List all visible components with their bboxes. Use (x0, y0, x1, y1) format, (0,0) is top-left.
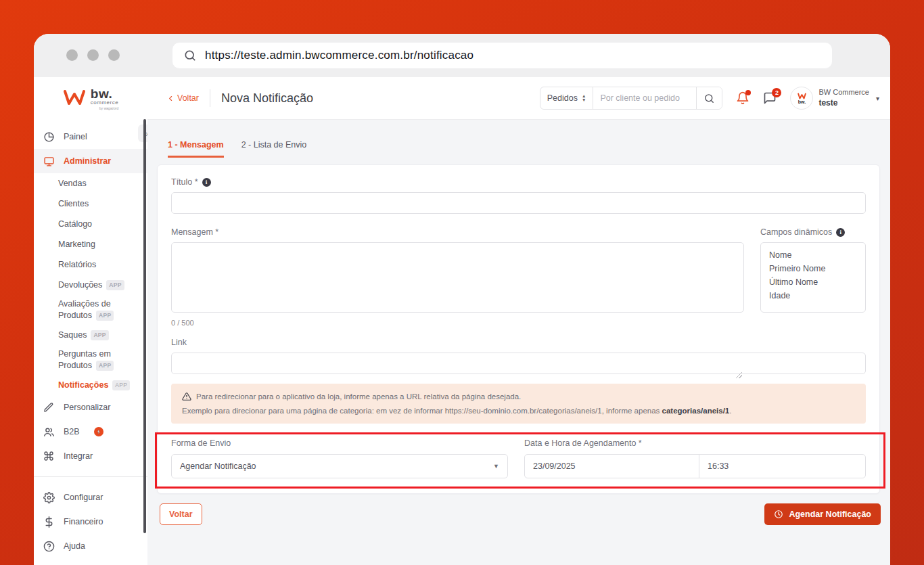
logo-sub: commerce (91, 100, 118, 106)
avatar: bw. (790, 87, 813, 110)
clock-icon (774, 510, 783, 519)
list-item[interactable]: Último Nome (769, 275, 857, 289)
data-hora-label: Data e Hora de Agendamento * (524, 438, 866, 448)
info-icon[interactable]: i (836, 228, 845, 237)
sidebar-item-vendas[interactable]: Vendas (34, 173, 147, 194)
account-menu[interactable]: bw. BW Commerce teste ▾ (790, 87, 879, 110)
app-badge: APP (91, 330, 108, 340)
char-counter: 0 / 500 (171, 319, 744, 327)
sidebar-scrollbar[interactable] (143, 119, 146, 533)
sidebar-nav: Painel Administrar Vendas Clientes Catál… (34, 120, 147, 558)
form-actions: Voltar Agendar Notificação (160, 503, 881, 525)
window-close-dot[interactable] (66, 49, 78, 61)
list-item[interactable]: Idade (769, 289, 857, 302)
search-button[interactable] (696, 87, 722, 109)
browser-chrome: https://teste.admin.bwcommerce.com.br/no… (34, 34, 890, 77)
browser-window: https://teste.admin.bwcommerce.com.br/no… (34, 34, 890, 565)
help-icon (43, 540, 55, 552)
app-badge: APP (106, 280, 124, 290)
list-item[interactable]: Primeiro Nome (769, 262, 857, 275)
app-badge: APP (96, 311, 114, 321)
forma-envio-select[interactable]: Agendar Notificação ▼ (171, 454, 508, 478)
bw-logo-icon (63, 89, 86, 109)
chat-badge: 2 (772, 88, 781, 97)
warning-icon (182, 392, 191, 401)
account-name: BW Commerce (818, 88, 869, 96)
redirect-warning-banner: Para redirecionar para o aplicativo da l… (171, 384, 866, 424)
campos-dinamicos-listbox[interactable]: Nome Primeiro Nome Último Nome Idade (760, 242, 866, 313)
page-title: Nova Notificação (221, 91, 313, 106)
sidebar-item-devolucoes[interactable]: DevoluçõesAPP (34, 275, 147, 295)
scheduling-row: Forma de Envio Agendar Notificação ▼ Dat… (171, 438, 866, 478)
app-badge: APP (112, 380, 130, 390)
command-icon (43, 450, 55, 462)
sidebar-item-catalogo[interactable]: Catálogo (34, 214, 147, 234)
link-input[interactable] (171, 353, 866, 374)
sidebar-item-avaliacoes[interactable]: Avaliações de ProdutosAPP (34, 295, 147, 325)
wizard-tabs: 1 - Mensagem 2 - Lista de Envio (168, 140, 880, 158)
search-icon (703, 93, 715, 104)
window-minimize-dot[interactable] (87, 49, 99, 61)
sidebar-item-administrar[interactable]: Administrar (34, 149, 147, 173)
sidebar: bw. commerce by wagazord « Painel (34, 77, 147, 565)
sidebar-item-ajuda[interactable]: Ajuda (34, 534, 147, 558)
logo-byline: by wagazord (91, 107, 118, 110)
dashboard-icon (43, 131, 55, 143)
link-label: Link (171, 338, 866, 347)
voltar-button[interactable]: Voltar (160, 503, 202, 525)
sidebar-item-painel[interactable]: Painel (34, 125, 147, 149)
tab-lista-de-envio[interactable]: 2 - Lista de Envio (241, 140, 307, 158)
titulo-input[interactable] (171, 192, 866, 214)
gear-icon (43, 491, 55, 503)
warning-line2: Exemplo para direcionar para uma página … (182, 404, 855, 418)
sidebar-item-notificacoes[interactable]: NotificaçõesAPP (34, 375, 147, 395)
sidebar-item-marketing[interactable]: Marketing (34, 234, 147, 254)
b2b-upgrade-icon (94, 427, 103, 436)
pencil-icon (43, 401, 55, 413)
mensagem-textarea[interactable] (171, 242, 744, 313)
chevron-down-icon: ▼ (493, 463, 499, 470)
search-scope-select[interactable]: Pedidos ▲▼ (540, 87, 594, 109)
sort-arrows-icon: ▲▼ (582, 94, 586, 102)
forma-envio-label: Forma de Envio (171, 438, 508, 448)
sidebar-item-b2b[interactable]: B2B (34, 420, 147, 444)
resize-handle-icon[interactable] (736, 372, 742, 378)
chat-button[interactable]: 2 (763, 91, 777, 105)
page-header: Voltar Nova Notificação Pedidos ▲▼ (147, 77, 890, 120)
sidebar-item-saques[interactable]: SaquesAPP (34, 325, 147, 345)
sidebar-item-clientes[interactable]: Clientes (34, 194, 147, 214)
chevron-left-icon (168, 95, 174, 101)
logo[interactable]: bw. commerce by wagazord (34, 77, 147, 120)
date-input[interactable]: 23/09/2025 (525, 455, 699, 478)
tab-mensagem[interactable]: 1 - Mensagem (168, 140, 224, 158)
notifications-bell-button[interactable] (736, 91, 749, 105)
sidebar-item-financeiro[interactable]: Financeiro (34, 510, 147, 534)
search-icon (183, 49, 197, 62)
monitor-icon (43, 155, 55, 167)
main-area: Voltar Nova Notificação Pedidos ▲▼ (147, 77, 890, 565)
sidebar-item-perguntas[interactable]: Perguntas em ProdutosAPP (34, 345, 147, 375)
sidebar-item-configurar[interactable]: Configurar (34, 485, 147, 510)
agendar-notificacao-button[interactable]: Agendar Notificação (764, 503, 881, 525)
url-text[interactable]: https://teste.admin.bwcommerce.com.br/no… (205, 49, 473, 62)
sidebar-item-relatorios[interactable]: Relatórios (34, 254, 147, 275)
sidebar-item-integrar[interactable]: Integrar (34, 444, 147, 468)
search-input[interactable] (593, 87, 696, 109)
users-icon (43, 426, 55, 438)
logo-brand: bw. (91, 87, 118, 100)
bw-avatar-icon (798, 93, 806, 99)
warning-line1: Para redirecionar para o aplicativo da l… (196, 390, 521, 404)
mensagem-label: Mensagem * (171, 227, 744, 237)
info-icon[interactable]: i (202, 178, 211, 187)
window-maximize-dot[interactable] (108, 49, 120, 61)
sidebar-item-personalizar[interactable]: Personalizar (34, 395, 147, 420)
time-input[interactable]: 16:33 (699, 455, 865, 478)
url-bar[interactable]: https://teste.admin.bwcommerce.com.br/no… (172, 43, 832, 68)
list-item[interactable]: Nome (769, 248, 857, 262)
order-search: Pedidos ▲▼ (540, 87, 723, 110)
bell-alert-dot (745, 90, 751, 95)
back-button[interactable]: Voltar (168, 93, 199, 103)
datetime-group: 23/09/2025 16:33 (524, 454, 866, 478)
dollar-icon (43, 516, 55, 528)
notification-form-card: Título * i Mensagem * 0 / 500 (157, 164, 880, 494)
